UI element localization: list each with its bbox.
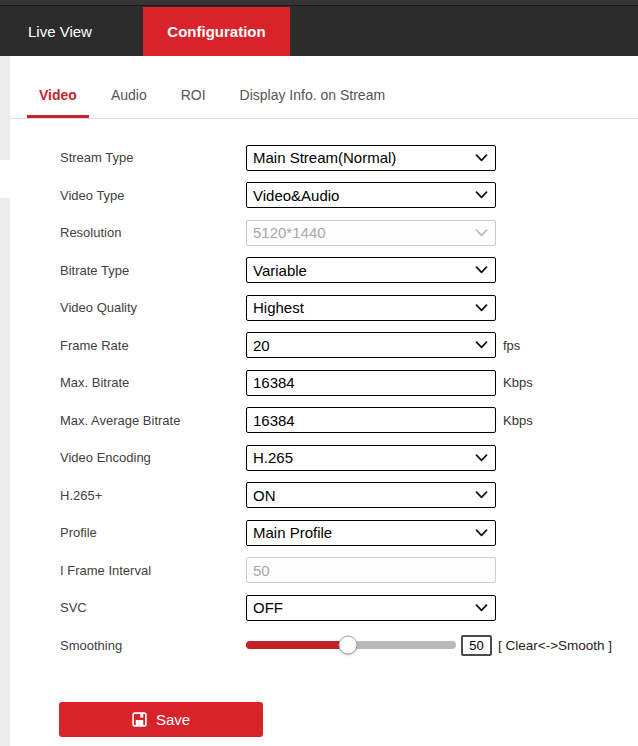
smoothing-slider-fill (246, 641, 348, 649)
row-bitrate-type: Bitrate TypeVariable (60, 252, 638, 290)
video-settings-form: Stream TypeMain Stream(Normal)Video Type… (60, 139, 638, 664)
row-profile: ProfileMain Profile (60, 514, 638, 552)
smoothing-label: Smoothing (60, 638, 246, 653)
save-label: Save (156, 711, 190, 728)
chevron-down-icon (475, 154, 488, 162)
row-resolution: Resolution5120*1440 (60, 214, 638, 252)
max-average-bitrate-input[interactable] (246, 407, 496, 433)
svc-value: OFF (253, 599, 283, 616)
h265-plus-label: H.265+ (60, 488, 246, 503)
frame-rate-suffix: fps (503, 338, 520, 353)
chevron-down-icon (475, 266, 488, 274)
profile-value: Main Profile (253, 524, 332, 541)
resolution-value: 5120*1440 (253, 224, 326, 241)
bitrate-type-value: Variable (253, 262, 307, 279)
row-max-average-bitrate: Max. Average BitrateKbps (60, 402, 638, 440)
bitrate-type-label: Bitrate Type (60, 263, 246, 278)
topbar-tab-configuration[interactable]: Configuration (143, 7, 290, 56)
row-h265-plus: H.265+ON (60, 477, 638, 515)
video-type-select[interactable]: Video&Audio (246, 182, 496, 208)
chevron-down-icon (475, 341, 488, 349)
smoothing-control: [ Clear<->Smooth ] (246, 635, 612, 656)
video-encoding-label: Video Encoding (60, 450, 246, 465)
row-svc: SVCOFF (60, 589, 638, 627)
chevron-down-icon (475, 604, 488, 612)
smoothing-slider-track[interactable] (246, 641, 456, 649)
video-encoding-select[interactable]: H.265 (246, 445, 496, 471)
chevron-down-icon (475, 229, 488, 237)
profile-label: Profile (60, 525, 246, 540)
row-smoothing: Smoothing[ Clear<->Smooth ] (60, 627, 638, 665)
row-video-encoding: Video EncodingH.265 (60, 439, 638, 477)
video-quality-select[interactable]: Highest (246, 295, 496, 321)
tab-display-info-on-stream[interactable]: Display Info. on Stream (228, 87, 398, 118)
h265-plus-select[interactable]: ON (246, 482, 496, 508)
frame-rate-label: Frame Rate (60, 338, 246, 353)
chevron-down-icon (475, 454, 488, 462)
topbar-top-strip (0, 0, 638, 6)
stream-type-label: Stream Type (60, 150, 246, 165)
chevron-down-icon (475, 529, 488, 537)
row-stream-type: Stream TypeMain Stream(Normal) (60, 139, 638, 177)
resolution-select: 5120*1440 (246, 220, 496, 246)
row-max-bitrate: Max. BitrateKbps (60, 364, 638, 402)
svc-label: SVC (60, 600, 246, 615)
row-video-quality: Video QualityHighest (60, 289, 638, 327)
bitrate-type-select[interactable]: Variable (246, 257, 496, 283)
max-bitrate-label: Max. Bitrate (60, 375, 246, 390)
row-frame-rate: Frame Rate20fps (60, 327, 638, 365)
chevron-down-icon (475, 191, 488, 199)
stream-type-value: Main Stream(Normal) (253, 149, 396, 166)
profile-select[interactable]: Main Profile (246, 520, 496, 546)
resolution-label: Resolution (60, 225, 246, 240)
save-button[interactable]: Save (59, 702, 263, 737)
tab-roi[interactable]: ROI (169, 87, 218, 118)
i-frame-interval-label: I Frame Interval (60, 563, 246, 578)
chevron-down-icon (475, 491, 488, 499)
row-video-type: Video TypeVideo&Audio (60, 177, 638, 215)
subtabs: VideoAudioROIDisplay Info. on Stream (10, 56, 638, 119)
max-bitrate-input[interactable] (246, 370, 496, 396)
sidebar-selected-item-edge (0, 160, 10, 198)
smoothing-value-input[interactable] (461, 635, 492, 656)
svc-select[interactable]: OFF (246, 595, 496, 621)
tab-audio[interactable]: Audio (99, 87, 159, 118)
video-type-label: Video Type (60, 188, 246, 203)
row-i-frame-interval: I Frame Interval (60, 552, 638, 590)
max-average-bitrate-suffix: Kbps (503, 413, 533, 428)
smoothing-hint: [ Clear<->Smooth ] (498, 638, 612, 653)
topbar-tab-live-view[interactable]: Live View (28, 7, 92, 56)
h265-plus-value: ON (253, 487, 276, 504)
max-average-bitrate-label: Max. Average Bitrate (60, 413, 246, 428)
video-quality-label: Video Quality (60, 300, 246, 315)
topbar: Live ViewConfiguration (0, 0, 638, 56)
chevron-down-icon (475, 304, 488, 312)
tab-video[interactable]: Video (27, 87, 89, 118)
sidebar-edge (0, 56, 10, 746)
i-frame-interval-input (246, 557, 496, 583)
video-encoding-value: H.265 (253, 449, 293, 466)
stream-type-select[interactable]: Main Stream(Normal) (246, 145, 496, 171)
save-icon (132, 712, 147, 727)
max-bitrate-suffix: Kbps (503, 375, 533, 390)
video-type-value: Video&Audio (253, 187, 339, 204)
frame-rate-select[interactable]: 20 (246, 332, 496, 358)
frame-rate-value: 20 (253, 337, 270, 354)
smoothing-slider-handle[interactable] (338, 636, 357, 655)
video-quality-value: Highest (253, 299, 304, 316)
